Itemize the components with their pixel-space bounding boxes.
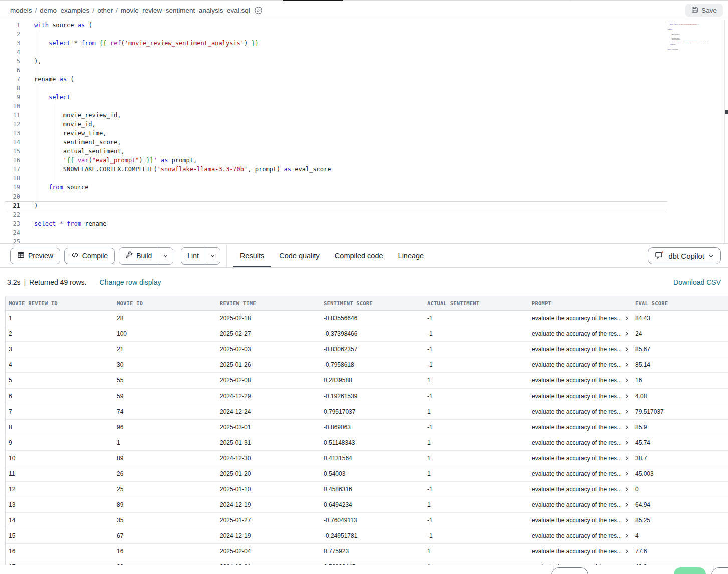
expand-prompt-icon[interactable] — [624, 362, 629, 367]
code-line[interactable]: 8 — [5, 84, 667, 93]
breadcrumb-segment[interactable]: models — [10, 7, 32, 14]
cell-review_time: 2025-01-27 — [217, 517, 321, 524]
code-line[interactable]: 16 '{{ var("eval_prompt") }}' as prompt, — [5, 156, 667, 165]
code-line[interactable]: 20 — [5, 192, 667, 201]
line-number: 1 — [5, 21, 20, 30]
cell-eval_score: 85.25 — [632, 517, 728, 524]
expand-prompt-icon[interactable] — [624, 518, 629, 523]
expand-prompt-icon[interactable] — [624, 440, 629, 445]
cell-eval_score: 16 — [632, 377, 728, 384]
cell-eval_score: 85.67 — [632, 346, 728, 353]
prompt-preview-text: evaluate the accuracy of the res... — [532, 346, 622, 353]
cell-eval_score: 77.6 — [632, 548, 728, 555]
expand-prompt-icon[interactable] — [624, 347, 629, 352]
code-line[interactable]: 11 movie_review_id, — [5, 111, 667, 120]
expand-prompt-icon[interactable] — [624, 502, 629, 507]
cell-actual_sentiment: -1 — [424, 393, 529, 400]
code-line[interactable]: 6 — [5, 66, 667, 75]
cell-sentiment_score: 0.54003 — [321, 470, 424, 477]
bottom-outline-button-partial[interactable] — [551, 567, 588, 574]
line-number: 4 — [5, 48, 20, 57]
expand-prompt-icon[interactable] — [624, 409, 629, 414]
code-line[interactable]: 18 — [5, 174, 667, 183]
column-header-movie_review_id[interactable]: MOVIE_REVIEW_ID — [6, 300, 114, 306]
tab-compiled-code[interactable]: Compiled code — [335, 244, 383, 268]
lint-button[interactable]: Lint — [181, 248, 205, 264]
code-text: ) — [668, 46, 668, 48]
column-header-movie_id[interactable]: MOVIE_ID — [114, 300, 217, 306]
indent-guide — [40, 30, 40, 202]
table-row: 12252025-01-100.4586316-1evaluate the ac… — [6, 482, 728, 497]
code-line[interactable]: 2 — [5, 30, 667, 39]
expand-prompt-icon[interactable] — [624, 533, 629, 538]
cell-review_time: 2024-12-29 — [217, 393, 321, 400]
expand-prompt-icon[interactable] — [624, 378, 629, 383]
expand-prompt-icon[interactable] — [624, 425, 629, 430]
minimap-line — [668, 51, 722, 53]
cell-movie_id: 59 — [114, 393, 217, 400]
code-line[interactable]: 7rename as ( — [5, 75, 667, 84]
column-header-actual_sentiment[interactable]: ACTUAL_SENTIMENT — [424, 300, 529, 306]
code-line[interactable]: 10 — [5, 102, 667, 111]
code-line[interactable]: 14 sentiment_score, — [5, 138, 667, 147]
breadcrumb-segment[interactable]: other — [97, 7, 113, 14]
column-header-sentiment_score[interactable]: SENTIMENT_SCORE — [321, 300, 424, 306]
breadcrumb-separator: / — [92, 7, 94, 14]
code-line[interactable]: 12 movie_id, — [5, 120, 667, 129]
code-line[interactable]: 19 from source — [5, 183, 667, 192]
dbt-copilot-button[interactable]: dbt Copilot — [648, 247, 721, 264]
build-button[interactable]: Build — [119, 248, 158, 264]
expand-prompt-icon[interactable] — [624, 456, 629, 461]
code-line[interactable]: 9 select — [5, 93, 667, 102]
sql-editor[interactable]: 1with source as (23 select * from {{ ref… — [0, 20, 728, 243]
code-line[interactable]: 22 — [5, 210, 667, 219]
column-header-review_time[interactable]: REVIEW_TIME — [217, 300, 321, 306]
code-line[interactable]: 23select * from rename — [5, 219, 667, 228]
cell-movie_review_id: 8 — [6, 424, 114, 431]
breadcrumb-segment[interactable]: demo_examples — [40, 7, 89, 14]
build-dropdown-chevron[interactable] — [158, 248, 173, 264]
code-line[interactable]: 15 actual_sentiment, — [5, 147, 667, 156]
code-line[interactable]: 1with source as ( — [5, 21, 667, 30]
tab-code-quality[interactable]: Code quality — [279, 244, 320, 268]
breadcrumb-segment[interactable]: movie_review_sentiment_analysis_eval.sql — [121, 7, 250, 14]
expand-prompt-icon[interactable] — [624, 331, 629, 336]
code-line[interactable]: 17 SNOWFLAKE.CORTEX.COMPLETE('snowflake-… — [5, 165, 667, 174]
cell-review_time: 2025-02-18 — [217, 315, 321, 322]
editor-scrollbar-thumb[interactable] — [725, 110, 728, 114]
preview-button[interactable]: Preview — [10, 248, 60, 264]
cell-movie_id: 100 — [114, 330, 217, 337]
code-line[interactable]: 24 — [5, 228, 667, 237]
tab-lineage[interactable]: Lineage — [398, 244, 424, 268]
cell-review_time: 2025-02-08 — [217, 377, 321, 384]
expand-prompt-icon[interactable] — [624, 394, 629, 399]
download-csv-link[interactable]: Download CSV — [673, 278, 721, 286]
expand-prompt-icon[interactable] — [624, 549, 629, 554]
compile-button[interactable]: Compile — [64, 248, 115, 264]
code-line[interactable]: 4 — [5, 48, 667, 57]
expand-prompt-icon[interactable] — [624, 471, 629, 476]
bottom-outline-button-partial[interactable] — [711, 567, 728, 574]
cell-movie_review_id: 16 — [6, 548, 114, 555]
expand-prompt-icon[interactable] — [624, 487, 629, 492]
cell-review_time: 2024-12-19 — [217, 532, 321, 539]
cell-review_time: 2025-01-31 — [217, 439, 321, 446]
lint-split-button: Lint — [181, 247, 220, 265]
cell-movie_review_id: 9 — [6, 439, 114, 446]
editor-minimap[interactable]: with source as ( select * from {{ ref('m… — [668, 21, 724, 53]
column-header-prompt[interactable]: PROMPT — [529, 300, 632, 306]
expand-prompt-icon[interactable] — [624, 316, 629, 321]
save-button[interactable]: Save — [685, 4, 723, 17]
code-line[interactable]: 25 — [5, 237, 667, 243]
code-line[interactable]: 3 select * from {{ ref('movie_review_sen… — [5, 39, 667, 48]
code-line[interactable]: 13 review_time, — [5, 129, 667, 138]
code-line[interactable]: 21) — [5, 201, 667, 210]
cell-sentiment_score: 0.2839588 — [321, 377, 424, 384]
change-row-display-link[interactable]: Change row display — [100, 278, 161, 286]
lint-dropdown-chevron[interactable] — [205, 248, 220, 264]
tab-results[interactable]: Results — [240, 244, 264, 268]
column-header-eval_score[interactable]: EVAL_SCORE — [632, 300, 728, 306]
cell-review_time: 2024-12-24 — [217, 408, 321, 415]
code-line[interactable]: 5), — [5, 57, 667, 66]
bottom-green-button-partial[interactable] — [674, 567, 706, 574]
